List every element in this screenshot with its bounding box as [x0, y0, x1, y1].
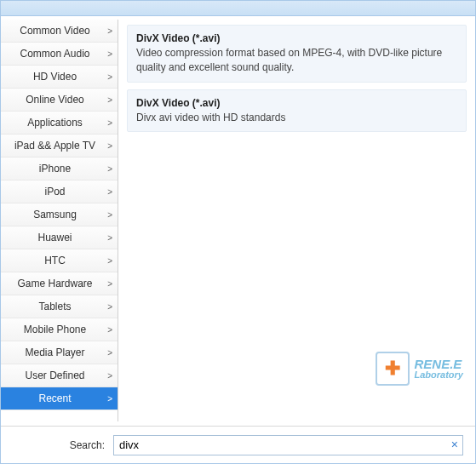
chevron-right-icon: >: [107, 164, 112, 174]
brand-logo: ✚ RENE.E Laboratory: [376, 352, 463, 386]
result-title: DivX Video (*.avi): [136, 32, 457, 44]
brand-badge: ✚: [376, 352, 410, 386]
chevron-right-icon: >: [107, 256, 112, 266]
sidebar-item-label: Common Video: [6, 25, 112, 37]
brand-sub: Laboratory: [415, 370, 463, 380]
chevron-right-icon: >: [107, 141, 112, 151]
chevron-right-icon: >: [107, 72, 112, 82]
content-panel: DivX Video (*.avi)Video compression form…: [118, 16, 475, 425]
sidebar-item-label: Mobile Phone: [6, 324, 112, 335]
chevron-right-icon: >: [107, 371, 112, 381]
chevron-right-icon: >: [107, 49, 112, 59]
sidebar-item-label: HTC: [6, 255, 112, 266]
sidebar-item-applications[interactable]: Applications>: [1, 112, 118, 135]
chevron-right-icon: >: [107, 302, 112, 312]
sidebar: Common Video>Common Audio>HD Video>Onlin…: [1, 20, 118, 421]
result-description: Video compression format based on MPEG-4…: [136, 46, 457, 75]
sidebar-item-recent[interactable]: Recent>: [1, 387, 118, 410]
sidebar-item-label: Common Audio: [6, 48, 112, 60]
chevron-right-icon: >: [107, 233, 112, 243]
main-area: Common Video>Common Audio>HD Video>Onlin…: [1, 16, 475, 425]
sidebar-item-common-audio[interactable]: Common Audio>: [1, 43, 118, 66]
sidebar-item-label: Applications: [6, 117, 112, 129]
chevron-right-icon: >: [107, 26, 112, 36]
chevron-right-icon: >: [107, 394, 112, 404]
sidebar-item-hd-video[interactable]: HD Video>: [1, 66, 118, 89]
chevron-right-icon: >: [107, 325, 112, 335]
sidebar-item-iphone[interactable]: iPhone>: [1, 158, 118, 180]
search-input[interactable]: [113, 435, 463, 455]
sidebar-item-label: Online Video: [6, 94, 112, 106]
sidebar-item-samsung[interactable]: Samsung>: [1, 203, 118, 226]
sidebar-item-huawei[interactable]: Huawei>: [1, 226, 118, 249]
sidebar-item-label: Tablets: [6, 301, 112, 312]
sidebar-item-label: iPod: [6, 186, 112, 198]
search-label: Search:: [13, 439, 113, 451]
clear-icon[interactable]: ×: [451, 438, 458, 451]
sidebar-item-label: iPhone: [6, 163, 112, 175]
sidebar-item-htc[interactable]: HTC>: [1, 249, 118, 272]
sidebar-item-label: iPad && Apple TV: [6, 140, 112, 152]
cross-icon: ✚: [385, 358, 400, 380]
sidebar-item-label: HD Video: [6, 71, 112, 83]
chevron-right-icon: >: [107, 187, 112, 197]
result-description: Divx avi video with HD standards: [136, 111, 457, 125]
sidebar-item-label: Media Player: [6, 347, 112, 358]
result-item[interactable]: DivX Video (*.avi)Divx avi video with HD…: [127, 89, 467, 133]
chevron-right-icon: >: [107, 118, 112, 128]
chevron-right-icon: >: [107, 210, 112, 220]
search-bar: Search: ×: [1, 426, 475, 463]
sidebar-item-label: Samsung: [6, 209, 112, 221]
chevron-right-icon: >: [107, 95, 112, 105]
chevron-right-icon: >: [107, 348, 112, 358]
sidebar-item-tablets[interactable]: Tablets>: [1, 295, 118, 318]
result-item[interactable]: DivX Video (*.avi)Video compression form…: [127, 25, 467, 83]
sidebar-item-ipad-apple-tv[interactable]: iPad && Apple TV>: [1, 135, 118, 158]
sidebar-item-label: Game Hardware: [6, 278, 112, 289]
titlebar: [1, 1, 475, 16]
sidebar-item-media-player[interactable]: Media Player>: [1, 341, 118, 364]
sidebar-item-ipod[interactable]: iPod>: [1, 180, 118, 203]
sidebar-item-online-video[interactable]: Online Video>: [1, 89, 118, 112]
sidebar-item-label: Huawei: [6, 232, 112, 243]
chevron-right-icon: >: [107, 279, 112, 289]
sidebar-item-common-video[interactable]: Common Video>: [1, 20, 118, 43]
sidebar-item-label: Recent: [6, 392, 112, 404]
sidebar-item-game-hardware[interactable]: Game Hardware>: [1, 272, 118, 295]
sidebar-item-mobile-phone[interactable]: Mobile Phone>: [1, 318, 118, 341]
window: Common Video>Common Audio>HD Video>Onlin…: [0, 0, 476, 464]
result-title: DivX Video (*.avi): [136, 97, 457, 109]
brand-text: RENE.E Laboratory: [415, 358, 463, 380]
sidebar-item-label: User Defined: [6, 369, 112, 381]
sidebar-item-user-defined[interactable]: User Defined>: [1, 364, 118, 387]
